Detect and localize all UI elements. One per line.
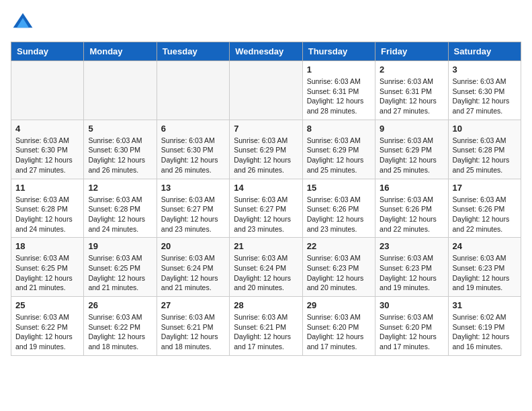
day-number: 7: [234, 124, 298, 134]
day-info: Sunrise: 6:03 AMSunset: 6:30 PMDaylight:…: [15, 136, 79, 175]
day-header-tuesday: Tuesday: [157, 42, 229, 61]
day-number: 23: [380, 241, 443, 251]
calendar-cell: 18Sunrise: 6:03 AMSunset: 6:25 PMDayligh…: [11, 238, 84, 297]
logo-icon: [11, 11, 35, 35]
calendar-cell: 27Sunrise: 6:03 AMSunset: 6:21 PMDayligh…: [157, 297, 229, 356]
day-info: Sunrise: 6:03 AMSunset: 6:20 PMDaylight:…: [380, 312, 443, 352]
calendar-week-row: 1Sunrise: 6:03 AMSunset: 6:31 PMDaylight…: [11, 61, 521, 120]
day-info: Sunrise: 6:03 AMSunset: 6:30 PMDaylight:…: [453, 77, 517, 116]
day-info: Sunrise: 6:03 AMSunset: 6:31 PMDaylight:…: [307, 77, 371, 116]
calendar-cell: 7Sunrise: 6:03 AMSunset: 6:29 PMDaylight…: [230, 120, 302, 179]
calendar-cell: 6Sunrise: 6:03 AMSunset: 6:30 PMDaylight…: [157, 120, 229, 179]
calendar-cell: 26Sunrise: 6:03 AMSunset: 6:22 PMDayligh…: [84, 297, 157, 356]
day-number: 19: [88, 241, 152, 251]
day-number: 26: [88, 300, 152, 310]
calendar-cell: [11, 61, 84, 120]
day-info: Sunrise: 6:03 AMSunset: 6:25 PMDaylight:…: [88, 253, 152, 293]
day-number: 27: [161, 300, 225, 310]
calendar-cell: 13Sunrise: 6:03 AMSunset: 6:27 PMDayligh…: [157, 179, 229, 238]
calendar-cell: 25Sunrise: 6:03 AMSunset: 6:22 PMDayligh…: [11, 297, 84, 356]
day-number: 18: [15, 241, 79, 251]
day-info: Sunrise: 6:03 AMSunset: 6:24 PMDaylight:…: [161, 253, 225, 293]
calendar-cell: 31Sunrise: 6:02 AMSunset: 6:19 PMDayligh…: [448, 297, 521, 356]
day-info: Sunrise: 6:03 AMSunset: 6:29 PMDaylight:…: [234, 136, 298, 175]
day-info: Sunrise: 6:03 AMSunset: 6:25 PMDaylight:…: [15, 253, 79, 293]
calendar-cell: 28Sunrise: 6:03 AMSunset: 6:21 PMDayligh…: [230, 297, 302, 356]
calendar-cell: 29Sunrise: 6:03 AMSunset: 6:20 PMDayligh…: [302, 297, 375, 356]
day-number: 24: [453, 241, 517, 251]
day-info: Sunrise: 6:03 AMSunset: 6:26 PMDaylight:…: [453, 195, 517, 234]
day-number: 13: [161, 183, 225, 193]
day-info: Sunrise: 6:03 AMSunset: 6:27 PMDaylight:…: [161, 195, 225, 234]
calendar-cell: 8Sunrise: 6:03 AMSunset: 6:29 PMDaylight…: [302, 120, 375, 179]
day-number: 5: [88, 124, 152, 134]
day-info: Sunrise: 6:03 AMSunset: 6:30 PMDaylight:…: [161, 136, 225, 175]
calendar-cell: 5Sunrise: 6:03 AMSunset: 6:30 PMDaylight…: [84, 120, 157, 179]
page-header: [11, 11, 521, 35]
calendar-cell: 23Sunrise: 6:03 AMSunset: 6:23 PMDayligh…: [375, 238, 448, 297]
calendar-cell: 21Sunrise: 6:03 AMSunset: 6:24 PMDayligh…: [230, 238, 302, 297]
day-info: Sunrise: 6:03 AMSunset: 6:21 PMDaylight:…: [234, 312, 298, 352]
calendar-header-row: SundayMondayTuesdayWednesdayThursdayFrid…: [11, 42, 521, 61]
day-info: Sunrise: 6:03 AMSunset: 6:24 PMDaylight:…: [234, 253, 298, 293]
day-info: Sunrise: 6:03 AMSunset: 6:27 PMDaylight:…: [234, 195, 298, 234]
day-info: Sunrise: 6:03 AMSunset: 6:28 PMDaylight:…: [453, 136, 517, 175]
day-number: 31: [453, 300, 517, 310]
calendar-cell: 9Sunrise: 6:03 AMSunset: 6:29 PMDaylight…: [375, 120, 448, 179]
calendar-week-row: 18Sunrise: 6:03 AMSunset: 6:25 PMDayligh…: [11, 238, 521, 297]
calendar-cell: 1Sunrise: 6:03 AMSunset: 6:31 PMDaylight…: [302, 61, 375, 120]
logo: [11, 11, 39, 35]
day-number: 3: [453, 64, 517, 75]
calendar-cell: 17Sunrise: 6:03 AMSunset: 6:26 PMDayligh…: [448, 179, 521, 238]
day-info: Sunrise: 6:03 AMSunset: 6:22 PMDaylight:…: [88, 312, 152, 352]
calendar-cell: 4Sunrise: 6:03 AMSunset: 6:30 PMDaylight…: [11, 120, 84, 179]
calendar-week-row: 4Sunrise: 6:03 AMSunset: 6:30 PMDaylight…: [11, 120, 521, 179]
calendar-cell: [157, 61, 229, 120]
day-header-saturday: Saturday: [448, 42, 521, 61]
day-info: Sunrise: 6:03 AMSunset: 6:23 PMDaylight:…: [307, 253, 371, 293]
day-header-friday: Friday: [375, 42, 448, 61]
day-number: 30: [380, 300, 443, 310]
calendar-week-row: 25Sunrise: 6:03 AMSunset: 6:22 PMDayligh…: [11, 297, 521, 356]
day-header-monday: Monday: [84, 42, 157, 61]
calendar-week-row: 11Sunrise: 6:03 AMSunset: 6:28 PMDayligh…: [11, 179, 521, 238]
day-info: Sunrise: 6:03 AMSunset: 6:29 PMDaylight:…: [307, 136, 371, 175]
day-number: 22: [307, 241, 371, 251]
day-info: Sunrise: 6:03 AMSunset: 6:28 PMDaylight:…: [15, 195, 79, 234]
calendar-cell: 22Sunrise: 6:03 AMSunset: 6:23 PMDayligh…: [302, 238, 375, 297]
day-info: Sunrise: 6:03 AMSunset: 6:28 PMDaylight:…: [88, 195, 152, 234]
day-number: 1: [307, 64, 371, 75]
calendar-cell: [84, 61, 157, 120]
day-info: Sunrise: 6:03 AMSunset: 6:26 PMDaylight:…: [307, 195, 371, 234]
day-header-sunday: Sunday: [11, 42, 84, 61]
day-number: 12: [88, 183, 152, 193]
day-info: Sunrise: 6:03 AMSunset: 6:21 PMDaylight:…: [161, 312, 225, 352]
day-header-wednesday: Wednesday: [230, 42, 302, 61]
day-number: 21: [234, 241, 298, 251]
day-info: Sunrise: 6:03 AMSunset: 6:20 PMDaylight:…: [307, 312, 371, 352]
day-info: Sunrise: 6:02 AMSunset: 6:19 PMDaylight:…: [453, 312, 517, 352]
day-number: 25: [15, 300, 79, 310]
calendar-cell: 14Sunrise: 6:03 AMSunset: 6:27 PMDayligh…: [230, 179, 302, 238]
calendar-cell: [230, 61, 302, 120]
day-number: 10: [453, 124, 517, 134]
calendar-cell: 10Sunrise: 6:03 AMSunset: 6:28 PMDayligh…: [448, 120, 521, 179]
day-info: Sunrise: 6:03 AMSunset: 6:30 PMDaylight:…: [88, 136, 152, 175]
day-number: 29: [307, 300, 371, 310]
day-number: 15: [307, 183, 371, 193]
calendar-cell: 3Sunrise: 6:03 AMSunset: 6:30 PMDaylight…: [448, 61, 521, 120]
calendar-cell: 20Sunrise: 6:03 AMSunset: 6:24 PMDayligh…: [157, 238, 229, 297]
day-info: Sunrise: 6:03 AMSunset: 6:29 PMDaylight:…: [380, 136, 443, 175]
day-number: 14: [234, 183, 298, 193]
day-number: 16: [380, 183, 443, 193]
day-number: 20: [161, 241, 225, 251]
day-number: 6: [161, 124, 225, 134]
calendar-cell: 12Sunrise: 6:03 AMSunset: 6:28 PMDayligh…: [84, 179, 157, 238]
day-number: 4: [15, 124, 79, 134]
calendar-table: SundayMondayTuesdayWednesdayThursdayFrid…: [11, 42, 521, 356]
day-info: Sunrise: 6:03 AMSunset: 6:23 PMDaylight:…: [453, 253, 517, 293]
calendar-cell: 19Sunrise: 6:03 AMSunset: 6:25 PMDayligh…: [84, 238, 157, 297]
day-info: Sunrise: 6:03 AMSunset: 6:23 PMDaylight:…: [380, 253, 443, 293]
day-number: 9: [380, 124, 443, 134]
calendar-cell: 24Sunrise: 6:03 AMSunset: 6:23 PMDayligh…: [448, 238, 521, 297]
